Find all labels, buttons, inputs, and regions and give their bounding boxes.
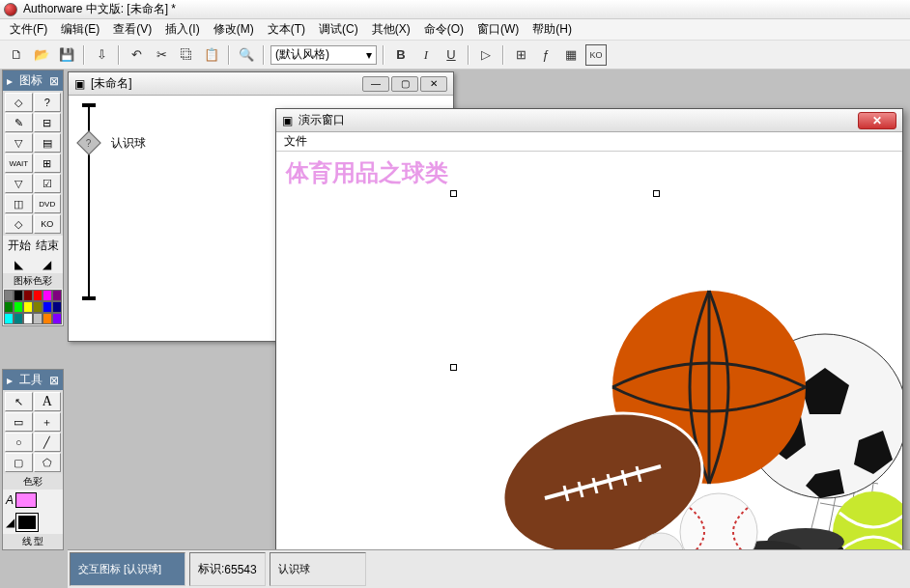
text-tool-icon[interactable]: A [34, 392, 62, 411]
display-icon[interactable]: ◇ [5, 93, 33, 112]
import-icon[interactable]: ⇩ [91, 44, 112, 66]
tool-palette: ▸工具⊠ ↖ A ▭ ＋ ○ ╱ ▢ ⬠ 色彩 A ◢ 线 型 [2, 369, 64, 552]
color-swatch[interactable] [4, 290, 14, 301]
color-swatch[interactable] [14, 313, 23, 324]
sound-icon[interactable]: DVD [34, 194, 62, 213]
minimize-button[interactable]: — [362, 76, 389, 92]
presentation-titlebar[interactable]: ▣ 演示窗口 ✕ [276, 109, 902, 132]
selection-handle[interactable] [450, 190, 457, 197]
new-file-icon[interactable]: 🗋 [6, 44, 27, 66]
ko-icon[interactable]: KO [34, 214, 62, 234]
variables-icon[interactable]: ▦ [560, 44, 582, 66]
ellipse-tool-icon[interactable]: ○ [5, 433, 33, 452]
interaction-node-icon: ? [76, 130, 100, 154]
menu-edit[interactable]: 编辑(E) [55, 19, 105, 40]
knowledge-icon[interactable]: KO [585, 44, 607, 66]
separator [263, 45, 265, 65]
menu-text[interactable]: 文本(T) [262, 19, 311, 40]
close-button[interactable]: ✕ [420, 76, 447, 92]
maximize-button[interactable]: ▢ [391, 76, 418, 92]
flow-node-interaction[interactable]: ? 认识球 [80, 134, 146, 152]
chevron-down-icon: ▾ [366, 48, 372, 62]
control-panel-icon[interactable]: ⊞ [510, 44, 531, 66]
interaction-icon[interactable]: ⊞ [34, 154, 62, 173]
line-tool-icon[interactable]: ＋ [34, 412, 62, 432]
start-flag-icon[interactable]: ◣ [14, 258, 23, 271]
icon-color-grid [3, 289, 63, 325]
presentation-canvas[interactable]: 体育用品之球类 [276, 152, 902, 571]
underline-button[interactable]: U [441, 44, 462, 66]
cut-icon[interactable]: ✂ [151, 44, 172, 66]
run-icon[interactable]: ▷ [475, 44, 497, 66]
rect-tool-icon[interactable]: ▭ [5, 412, 33, 432]
app-icon [4, 3, 17, 16]
color-swatch[interactable] [33, 290, 43, 301]
diag-tool-icon[interactable]: ╱ [34, 433, 62, 452]
menu-other[interactable]: 其他(X) [366, 19, 416, 40]
roundrect-tool-icon[interactable]: ▢ [5, 453, 33, 472]
erase-icon[interactable]: ✎ [5, 113, 33, 132]
calc-icon[interactable]: ▽ [5, 174, 33, 193]
wait-icon[interactable]: ⊟ [34, 113, 62, 132]
movie-icon[interactable]: ◫ [5, 194, 33, 213]
undo-icon[interactable]: ↶ [126, 44, 147, 66]
functions-icon[interactable]: ƒ [535, 44, 556, 66]
close-button[interactable]: ✕ [858, 112, 896, 129]
navigate-icon[interactable]: ▽ [5, 133, 33, 153]
color-swatch[interactable] [23, 301, 33, 313]
poly-tool-icon[interactable]: ⬠ [34, 453, 62, 472]
color-swatch[interactable] [43, 301, 52, 313]
save-icon[interactable]: 💾 [56, 44, 77, 66]
status-id: 标识: 65543 [189, 552, 266, 586]
menu-help[interactable]: 帮助(H) [526, 19, 578, 40]
menu-debug[interactable]: 调试(C) [313, 19, 364, 40]
sports-balls-image[interactable] [419, 223, 902, 571]
menu-command[interactable]: 命令(O) [418, 19, 469, 40]
italic-button[interactable]: I [415, 44, 437, 66]
menu-bar: 文件(F) 编辑(E) 查看(V) 插入(I) 修改(M) 文本(T) 调试(C… [0, 19, 910, 41]
menu-window[interactable]: 窗口(W) [471, 19, 525, 40]
decision-icon[interactable]: WAIT [5, 154, 33, 173]
color-swatch[interactable] [43, 313, 52, 324]
bg-color-swatch[interactable] [16, 514, 38, 531]
color-swatch[interactable] [33, 301, 43, 313]
menu-file[interactable]: 文件(F) [4, 19, 53, 40]
color-swatch[interactable] [14, 290, 23, 301]
color-swatch[interactable] [14, 301, 23, 313]
color-swatch[interactable] [4, 301, 14, 313]
status-name: 认识球 [270, 552, 366, 586]
map-icon[interactable]: ☑ [34, 174, 62, 193]
color-swatch[interactable] [23, 313, 33, 324]
presentation-heading[interactable]: 体育用品之球类 [286, 157, 448, 188]
style-dropdown[interactable]: (默认风格) ▾ [270, 45, 377, 65]
color-swatch[interactable] [23, 290, 33, 301]
menu-view[interactable]: 查看(V) [107, 19, 157, 40]
paste-icon[interactable]: 📋 [201, 44, 222, 66]
pres-menu-file[interactable]: 文件 [284, 133, 307, 150]
video-icon[interactable]: ◇ [5, 214, 33, 234]
pointer-tool-icon[interactable]: ↖ [5, 392, 33, 411]
color-swatch[interactable] [52, 313, 62, 324]
flowline-titlebar[interactable]: ▣ [未命名] — ▢ ✕ [69, 72, 453, 96]
bold-button[interactable]: B [390, 44, 412, 66]
framework-icon[interactable]: ▤ [34, 133, 62, 153]
end-flag-icon[interactable]: ◢ [43, 258, 51, 271]
separator [383, 45, 384, 65]
fill-color-swatch[interactable] [15, 492, 37, 508]
flowline-title: [未命名] [91, 75, 132, 92]
menu-modify[interactable]: 修改(M) [208, 19, 260, 40]
color-swatch[interactable] [52, 301, 62, 313]
find-icon[interactable]: 🔍 [236, 44, 257, 66]
motion-icon[interactable]: ? [34, 93, 62, 112]
separator [83, 45, 85, 65]
color-swatch[interactable] [52, 290, 62, 301]
open-file-icon[interactable]: 📂 [31, 44, 52, 66]
copy-icon[interactable]: ⿻ [176, 44, 197, 66]
color-swatch[interactable] [43, 290, 52, 301]
color-swatch[interactable] [4, 313, 14, 324]
tool-palette-header[interactable]: ▸工具⊠ [3, 370, 63, 390]
palette-header[interactable]: ▸图标⊠ [3, 70, 63, 91]
color-swatch[interactable] [33, 313, 43, 324]
menu-insert[interactable]: 插入(I) [159, 19, 205, 40]
selection-handle[interactable] [653, 190, 660, 197]
